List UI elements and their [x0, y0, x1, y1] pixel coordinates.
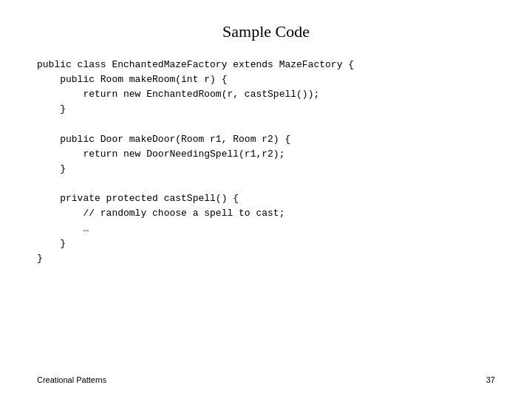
code-line: // randomly choose a spell to cast; — [37, 206, 495, 221]
page-container: Sample Code public class EnchantedMazeFa… — [0, 0, 532, 399]
footer-right: 37 — [486, 375, 495, 384]
code-line: } — [37, 102, 495, 117]
code-line: public Door makeDoor(Room r1, Room r2) { — [37, 132, 495, 147]
code-line: … — [37, 222, 495, 236]
code-block: public class EnchantedMazeFactory extend… — [37, 58, 495, 368]
code-line: } — [37, 162, 495, 177]
code-line: private protected castSpell() { — [37, 191, 495, 206]
footer-left: Creational Patterns — [37, 375, 106, 384]
code-line: public Room makeRoom(int r) { — [37, 72, 495, 87]
code-line — [37, 177, 495, 191]
code-line: } — [37, 251, 495, 266]
code-line: return new DoorNeedingSpell(r1,r2); — [37, 147, 495, 162]
footer: Creational Patterns 37 — [37, 368, 495, 384]
code-line: public class EnchantedMazeFactory extend… — [37, 58, 495, 72]
code-line: } — [37, 236, 495, 251]
code-line — [37, 117, 495, 132]
code-line: return new EnchantedRoom(r, castSpell())… — [37, 87, 495, 102]
page-title: Sample Code — [37, 22, 495, 41]
